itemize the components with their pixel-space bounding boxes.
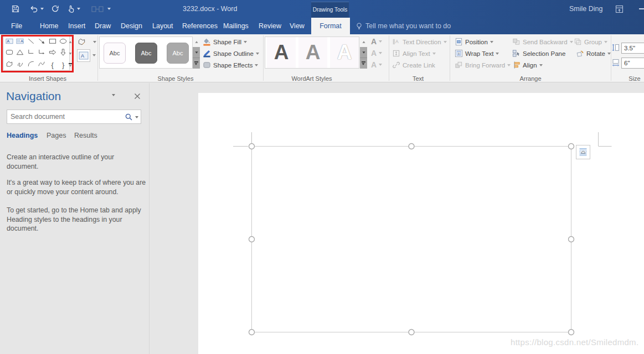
touch-mode-icon[interactable] [66,4,75,15]
word-window: 3232.docx - Word Drawing Tools Smile Din… [0,0,644,354]
selection-handles[interactable] [249,144,574,335]
wrap-text-button[interactable]: Wrap Text [455,49,499,58]
edit-shape-button[interactable] [78,38,96,46]
shape-style-2[interactable]: Abc [135,43,157,64]
tab-layout[interactable]: Layout [152,18,173,34]
insert-shapes-group-label: Insert Shapes [20,75,75,82]
shape-styles-group-label: Shape Styles [148,75,203,82]
search-input[interactable] [11,112,121,122]
text-boundary-marks [233,132,612,147]
text-direction-button[interactable]: AText Direction [392,38,447,46]
contextual-tab-group: Drawing Tools [311,2,349,18]
rotate-button[interactable]: Rotate [576,49,611,58]
wordart-group-label: WordArt Styles [284,75,339,82]
bring-forward-button[interactable]: Bring Forward [455,61,511,69]
text-group-label: Text [390,75,446,82]
undo-icon[interactable] [29,4,38,15]
ribbon: A A { } A Insert Shapes [0,34,644,82]
shape-fill-button[interactable]: Shape Fill [203,38,247,46]
tellme-bulb-icon [355,22,363,33]
navigation-close-icon[interactable] [134,92,141,102]
shape-selection-overlay [150,83,644,354]
redo-icon[interactable] [51,4,60,15]
align-text-button[interactable]: Align Text [392,49,436,58]
tab-home[interactable]: Home [40,18,58,34]
tab-view[interactable]: View [290,18,305,34]
touch-mode-dropdown-icon[interactable] [77,8,80,10]
user-name[interactable]: Smile Ding [569,0,602,18]
wordart-scrollbar[interactable] [360,37,367,69]
group-button[interactable]: Group [574,38,607,46]
shape-outline-button[interactable]: Shape Outline [203,49,259,58]
shape-height-icon [612,43,620,54]
tab-insert[interactable]: Insert [68,18,85,34]
wordart-style-1[interactable]: A [267,37,296,68]
nav-paragraph-2: It's a great way to keep track of where … [7,178,146,196]
tab-mailings[interactable]: Mailings [223,18,249,34]
wordart-style-2[interactable]: A [298,37,327,68]
watermark-text: https://blog.csdn.net/Smiledmdm. [511,337,638,347]
text-box-dropdown-icon[interactable] [92,54,96,56]
tab-file[interactable]: File [11,18,22,34]
wordart-style-3[interactable]: A [330,37,359,68]
shape-effects-button[interactable]: Shape Effects [203,61,258,69]
text-fill-button[interactable]: A [371,37,382,45]
nav-tab-results[interactable]: Results [74,132,97,139]
shape-width-input[interactable] [621,58,644,69]
position-button[interactable]: Position [455,38,493,46]
nav-tab-pages[interactable]: Pages [47,132,66,139]
shape-height-input[interactable] [621,43,644,54]
size-group-label: Size [618,75,644,82]
tellme-text[interactable]: Tell me what you want to do [365,18,451,34]
draw-text-box-button[interactable]: A [77,49,90,62]
document-area: https://blog.csdn.net/Smiledmdm. [150,83,644,354]
tab-review[interactable]: Review [259,18,281,34]
document-title: 3232.docx - Word [183,0,237,18]
red-highlight-box [1,35,74,72]
undo-dropdown-icon[interactable] [40,8,44,10]
shape-width-icon [612,58,620,69]
shape-styles-scrollbar[interactable] [193,37,200,69]
send-backward-button[interactable]: Send Backward [512,38,573,46]
text-effects-button[interactable]: A [371,60,382,69]
search-icon[interactable] [125,113,133,123]
tab-references[interactable]: References [182,18,218,34]
svg-text:A: A [81,53,84,59]
align-button[interactable]: Align [512,61,543,69]
save-icon[interactable] [11,4,20,15]
nav-tab-headings[interactable]: Headings [7,132,38,139]
selection-pane-button[interactable]: Selection Pane [512,49,565,58]
search-dropdown-icon[interactable] [135,116,138,118]
title-bar: 3232.docx - Word Drawing Tools Smile Din… [0,0,644,34]
text-outline-button[interactable]: A [371,49,382,57]
svg-text:A: A [395,39,399,44]
tab-draw[interactable]: Draw [95,18,111,34]
ribbon-display-options-icon[interactable] [615,4,624,16]
arrange-group-label: Arrange [503,75,558,82]
search-box[interactable] [7,110,141,124]
shape-style-1[interactable]: Abc [104,43,126,64]
minimize-button[interactable] [639,8,644,9]
create-link-button[interactable]: Create Link [392,61,435,69]
selected-shape-border[interactable] [252,147,571,332]
shape-style-3[interactable]: Abc [167,43,189,64]
tab-design[interactable]: Design [121,18,142,34]
navigation-options-dropdown-icon[interactable] [112,94,115,96]
layout-options-button[interactable] [576,145,590,159]
nav-paragraph-1: Create an interactive outline of yourdoc… [7,153,146,171]
qat-customize-icon[interactable] [107,8,111,10]
navigation-pane-title: Navigation [6,90,61,103]
tab-format-active[interactable]: Format [311,18,350,34]
paginate-icon [91,4,104,15]
nav-paragraph-3: To get started, go to the Home tab and a… [7,206,146,233]
